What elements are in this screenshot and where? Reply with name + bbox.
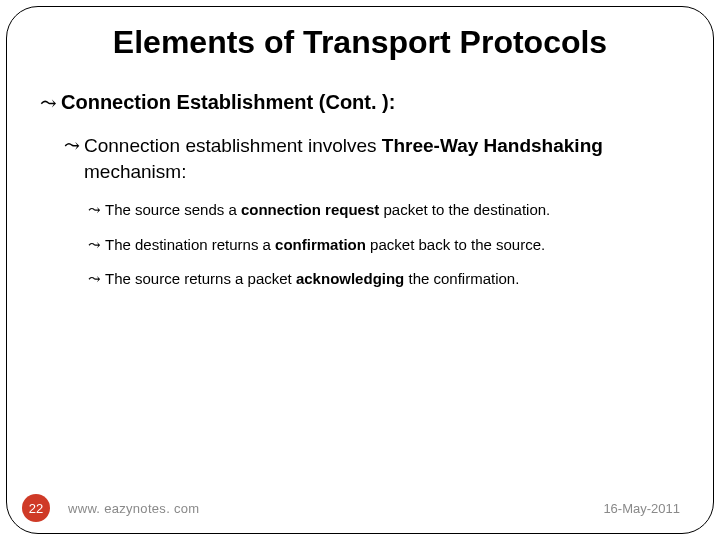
page-number: 22 bbox=[29, 501, 43, 516]
footer-date: 16-May-2011 bbox=[603, 501, 680, 516]
footer-site: www. eazynotes. com bbox=[68, 501, 603, 516]
slide-frame bbox=[6, 6, 714, 534]
page-number-badge: 22 bbox=[22, 494, 50, 522]
slide-footer: 22 www. eazynotes. com 16-May-2011 bbox=[0, 494, 720, 522]
